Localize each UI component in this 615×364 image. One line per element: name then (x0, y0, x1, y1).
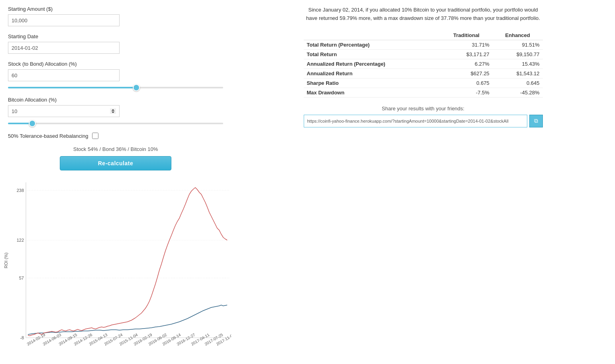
starting-date-label: Starting Date (8, 33, 223, 39)
svg-text:-8: -8 (20, 335, 24, 340)
stock-allocation-label: Stock (to Bond) Allocation (%) (8, 61, 223, 67)
table-row: Total Return$3,171.27$9,150.77 (304, 49, 543, 59)
table-cell-enhanced: $1,543.12 (493, 68, 543, 78)
table-cell-enhanced: -45.28% (493, 88, 543, 97)
rebalancing-row: 50% Tolerance-based Rebalancing (8, 133, 223, 139)
starting-date-row: Starting Date (8, 33, 223, 54)
y-axis-label: ROI (%) (4, 252, 8, 268)
results-table: Traditional Enhanced Total Return (Perce… (304, 31, 543, 98)
share-label: Share your results with your friends: (304, 106, 543, 112)
share-input-row: ⧉ (304, 115, 543, 127)
table-cell-traditional: 0.675 (440, 78, 492, 88)
rebalancing-label: 50% Tolerance-based Rebalancing (8, 133, 88, 139)
table-header-traditional: Traditional (440, 31, 492, 40)
copy-button[interactable]: ⧉ (529, 115, 543, 127)
table-cell-traditional: $3,171.27 (440, 49, 492, 59)
stock-allocation-input[interactable] (8, 69, 120, 81)
table-cell-enhanced: 91.51% (493, 40, 543, 49)
svg-text:122: 122 (17, 238, 24, 243)
svg-text:57: 57 (19, 276, 24, 280)
table-cell-traditional: $627.25 (440, 68, 492, 78)
share-url-input[interactable] (304, 115, 527, 127)
allocation-summary: Stock 54% / Bond 36% / Bitcoin 10% (8, 146, 223, 152)
summary-text: Since January 02, 2014, if you allocated… (304, 6, 543, 23)
table-header-enhanced: Enhanced (493, 31, 543, 40)
table-cell-label: Annualized Return (304, 68, 440, 78)
table-cell-label: Sharpe Ratio (304, 78, 440, 88)
starting-date-input[interactable] (8, 42, 120, 54)
table-cell-label: Total Return (Percentage) (304, 40, 440, 49)
starting-amount-row: Starting Amount ($) (8, 6, 223, 26)
table-cell-enhanced: $9,150.77 (493, 49, 543, 59)
table-row: Annualized Return$627.25$1,543.12 (304, 68, 543, 78)
starting-amount-label: Starting Amount ($) (8, 6, 223, 12)
starting-amount-input[interactable] (8, 14, 120, 26)
table-row: Max Drawdown-7.5%-45.28% (304, 88, 543, 97)
table-cell-enhanced: 15.43% (493, 59, 543, 68)
table-cell-traditional: 31.71% (440, 40, 492, 49)
table-row: Annualized Return (Percentage)6.27%15.43… (304, 59, 543, 68)
bitcoin-allocation-input[interactable] (8, 105, 120, 117)
table-row: Total Return (Percentage)31.71%91.51% (304, 40, 543, 49)
table-cell-enhanced: 0.645 (493, 78, 543, 88)
table-cell-label: Annualized Return (Percentage) (304, 59, 440, 68)
rebalancing-checkbox[interactable] (92, 133, 98, 139)
portfolio-chart: 238 122 57 -8 2014-02-19 2014 (8, 178, 231, 362)
chart-container: ROI (%) 238 122 (8, 178, 602, 364)
bitcoin-allocation-slider[interactable] (8, 123, 223, 124)
table-row: Sharpe Ratio0.6750.645 (304, 78, 543, 88)
table-cell-label: Total Return (304, 49, 440, 59)
recalculate-button[interactable]: Re-calculate (60, 156, 171, 170)
table-cell-traditional: -7.5% (440, 88, 492, 97)
table-header-empty (304, 31, 440, 40)
bitcoin-slider-container (8, 119, 223, 125)
copy-icon: ⧉ (534, 117, 538, 124)
share-section: Share your results with your friends: ⧉ (304, 106, 543, 127)
stock-slider-container (8, 84, 223, 90)
bitcoin-allocation-row: Bitcoin Allocation (%) (8, 97, 223, 125)
stock-allocation-row: Stock (to Bond) Allocation (%) (8, 61, 223, 90)
table-cell-label: Max Drawdown (304, 88, 440, 97)
table-cell-traditional: 6.27% (440, 59, 492, 68)
svg-text:238: 238 (17, 188, 24, 193)
bitcoin-allocation-label: Bitcoin Allocation (%) (8, 97, 223, 103)
stock-allocation-slider[interactable] (8, 87, 223, 88)
